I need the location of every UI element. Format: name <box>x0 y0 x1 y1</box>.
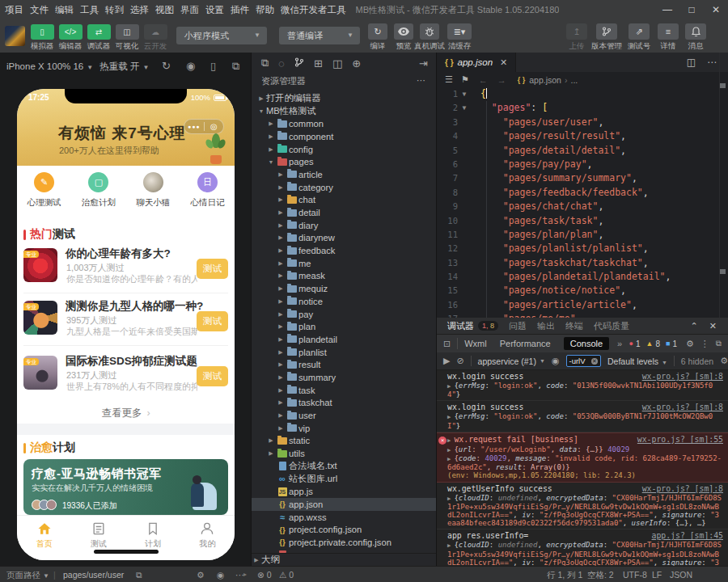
code-editor[interactable]: 1▼{2▼ "pages": [3 "pages/user/user",4 "p… <box>437 87 723 318</box>
nav-item-1[interactable]: ✎心理测试 <box>17 172 71 209</box>
devtools-menu-icon[interactable]: ⋮ <box>700 339 709 349</box>
source-link[interactable]: wx-pro.js? [sm]:8 <box>642 372 723 382</box>
menu-2[interactable]: 文件 <box>27 0 52 20</box>
copy-path-icon[interactable]: ⧉ <box>136 567 142 582</box>
tree-item-合法域名.txt[interactable]: 合法域名.txt <box>252 460 436 473</box>
test-button[interactable]: 测试 <box>197 259 228 279</box>
tree-item-vip[interactable]: ▶vip <box>252 422 436 435</box>
close-button[interactable]: ✕ <box>704 0 728 20</box>
minimize-button[interactable]: — <box>655 0 679 20</box>
tree-item-project.private.config.json[interactable]: {}project.private.config.json <box>252 536 436 549</box>
tree-item-common[interactable]: ▶common <box>252 117 436 130</box>
tree-item-meask[interactable]: ▶meask <box>252 270 436 283</box>
compile-select[interactable]: 普通编译▼ <box>279 27 360 44</box>
hot-reload-toggle[interactable]: 热重载 开▼ <box>99 61 149 73</box>
test-card-3[interactable]: 专业国际标准SDS抑郁症测试题231万人测过世界上有78%的人有不同程度的抑..… <box>23 356 228 396</box>
view-phone-button[interactable]: ▯模拟器 <box>28 24 57 52</box>
tree-item-pay[interactable]: ▶pay <box>252 308 436 321</box>
清缓存-button[interactable]: ≣▾清缓存 <box>441 23 478 52</box>
tab-4[interactable]: 我的 <box>180 516 235 560</box>
console-log-3[interactable]: ✕▶ wx.request fail [business]wx-pro.js? … <box>437 432 728 483</box>
menu-9[interactable]: 设置 <box>202 0 227 20</box>
search-icon[interactable]: ◌ <box>278 57 285 70</box>
context-select[interactable]: appservice (#1) <box>478 356 536 366</box>
tree-item-plandetail[interactable]: ▶plandetail <box>252 333 436 346</box>
statusbar-bug-icon[interactable]: ⚙ <box>197 567 204 582</box>
tree-item-task[interactable]: ▶task <box>252 384 436 397</box>
console-eye-icon[interactable]: ◉ <box>552 356 560 366</box>
tree-item-static[interactable]: ▶static <box>252 435 436 448</box>
page-path-label[interactable]: 页面路径 ▼ <box>6 567 49 582</box>
inspect-icon[interactable]: ⊡ <box>443 339 451 349</box>
status-right-1[interactable]: 行 1, 列 1 <box>547 567 582 582</box>
view-cloud-button[interactable]: ☁云开发 <box>141 24 170 52</box>
warning-count[interactable]: ▲8 <box>646 340 660 348</box>
console-log-1[interactable]: wx.login successwx-pro.js? [sm]:8▶ {errM… <box>437 370 728 401</box>
tree-item-mequiz[interactable]: ▶mequiz <box>252 282 436 295</box>
miniprogram-capsule[interactable]: ●●●◎ <box>184 119 224 134</box>
tree-item-feedback[interactable]: ▶feedback <box>252 244 436 257</box>
panel-tab-终端[interactable]: 终端 <box>565 320 583 332</box>
menu-12[interactable]: 微信开发者工具 <box>277 0 349 20</box>
levels-select[interactable]: Default levels▼ <box>607 356 667 366</box>
status-right-4[interactable]: LF <box>652 567 662 582</box>
panel-arrow-icon[interactable]: ▸ <box>243 567 247 582</box>
outline-list-icon[interactable]: ☰ <box>445 74 453 85</box>
back-icon[interactable]: ← <box>479 75 488 85</box>
collapse-panel-icon[interactable]: ⇥ <box>419 57 428 70</box>
menu-8[interactable]: 界面 <box>177 0 202 20</box>
console-log-5[interactable]: app res.userInfo=app.js? [sm]:45▶ {cloud… <box>437 529 728 566</box>
console-settings-icon[interactable]: ⚙ <box>720 356 728 366</box>
tab-console[interactable]: Console <box>564 337 609 350</box>
console-log-4[interactable]: wx.getUserInfo successwx-pro.js? [sm]:8▶… <box>437 483 728 530</box>
blocks-icon[interactable]: ⊞ <box>314 57 323 70</box>
tree-item-notice[interactable]: ▶notice <box>252 295 436 308</box>
tree-item-taskchat[interactable]: ▶taskchat <box>252 397 436 410</box>
panel-tab-问题[interactable]: 问题 <box>509 320 527 332</box>
tree-item-打开的编辑器[interactable]: ▶打开的编辑器 <box>252 92 436 105</box>
forward-icon[interactable]: → <box>497 75 506 85</box>
eval-context-icon[interactable]: ▶ <box>443 356 450 366</box>
tree-item-站长图库.url[interactable]: ∞站长图库.url <box>252 473 436 486</box>
tree-item-user[interactable]: ▶user <box>252 409 436 422</box>
undock-icon[interactable]: ⧉ <box>716 339 722 348</box>
menu-11[interactable]: 帮助 <box>252 0 277 20</box>
view-debug-button[interactable]: ⇄调试器 <box>84 24 113 52</box>
heal-plan-card[interactable]: 疗愈-亚马逊畅销书冠军 实实在在解决几千万人的情绪困境 19336人已添加 <box>23 459 228 515</box>
tree-item-app.js[interactable]: JSapp.js <box>252 485 436 498</box>
split-editor-icon[interactable]: ◫ <box>687 57 696 68</box>
close-panel-icon[interactable]: ✕ <box>709 321 717 331</box>
menu-7[interactable]: 视图 <box>152 0 177 20</box>
tree-item-planlist[interactable]: ▶planlist <box>252 346 436 359</box>
tree-item-detail[interactable]: ▶detail <box>252 206 436 219</box>
tree-item-article[interactable]: ▶article <box>252 168 436 181</box>
status-right-3[interactable]: UTF-8 <box>623 567 647 582</box>
problems-errors[interactable]: ⊗ 0 <box>257 567 272 582</box>
close-tab-icon[interactable]: ✕ <box>500 57 507 68</box>
tab-app-json[interactable]: { } app.json ✕ <box>437 53 516 72</box>
tree-item-diarynew[interactable]: ▶diarynew <box>252 232 436 245</box>
window-icon[interactable]: ◫ <box>332 57 342 70</box>
bookmark-icon[interactable]: ⚑ <box>461 74 469 85</box>
nav-item-3[interactable]: 聊天小猫 <box>126 172 180 209</box>
source-link[interactable]: wx-pro.js? [sm]:8 <box>642 403 723 412</box>
files-icon[interactable]: ⧉ <box>261 57 269 70</box>
tab-1[interactable]: 首页 <box>17 516 71 560</box>
menu-10[interactable]: 插件 <box>227 0 252 20</box>
mode-select[interactable]: 小程序模式▼ <box>176 27 267 44</box>
panel-tab-代码质量[interactable]: 代码质量 <box>594 320 629 332</box>
menu-5[interactable]: 转到 <box>102 0 127 20</box>
panel-tab-调试器[interactable]: 调试器 <box>447 320 474 332</box>
status-right-5[interactable]: JSON <box>670 567 692 582</box>
panel-tab-输出[interactable]: 输出 <box>537 320 555 332</box>
device-frame-icon[interactable]: ▯ <box>210 60 216 72</box>
device-select[interactable]: iPhone X 100% 16▼ <box>6 61 93 71</box>
clear-console-icon[interactable]: ⊘ <box>456 356 463 366</box>
see-more-link[interactable]: 查看更多› <box>17 407 235 420</box>
tree-item-pages[interactable]: ▼pages <box>252 155 436 168</box>
source-link[interactable]: wx-pro.js? [sm]:8 <box>642 484 723 494</box>
hand-icon[interactable]: ⊕ <box>352 57 361 70</box>
outline-section[interactable]: ▶大纲 <box>252 553 436 566</box>
tree-item-summary[interactable]: ▶summary <box>252 371 436 384</box>
tree-item-result[interactable]: ▶result <box>252 358 436 371</box>
